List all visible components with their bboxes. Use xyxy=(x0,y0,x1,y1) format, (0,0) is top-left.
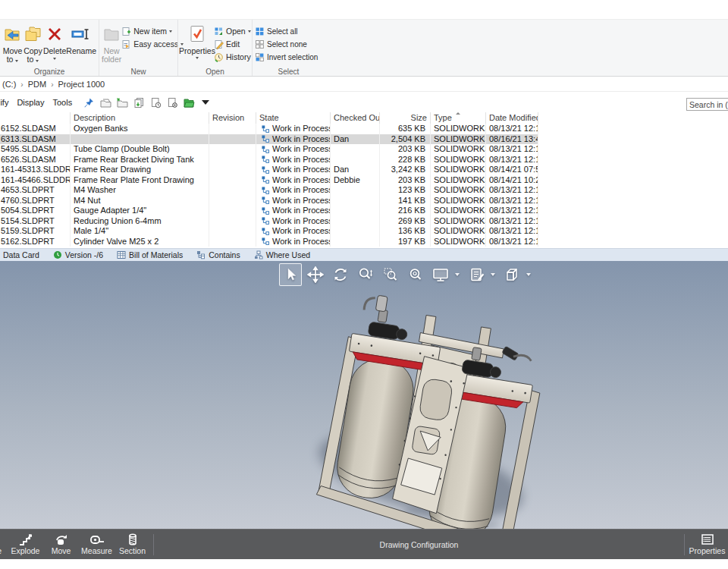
edit-button[interactable]: Edit xyxy=(214,38,251,50)
column-header-checked-out-by[interactable]: Checked Out By xyxy=(331,112,380,124)
table-row[interactable]: 5054.SLDPRT Gauge Adapter 1/4" Work in P… xyxy=(0,206,538,216)
select-group-small-buttons: Select all Select none Invert selection xyxy=(255,23,318,63)
table-row[interactable]: 5159.SLDPRT Male 1/4" Work in Process 13… xyxy=(0,226,538,237)
rotate-tool-button[interactable] xyxy=(329,263,352,286)
preview-file-button[interactable] xyxy=(164,95,180,110)
check-out-button[interactable] xyxy=(97,95,114,110)
3d-model-preview[interactable] xyxy=(0,261,728,529)
file-checked-out-by-cell xyxy=(331,185,380,196)
delete-button[interactable]: Delete xyxy=(43,23,66,60)
copy-to-button[interactable]: Copy to xyxy=(23,23,43,64)
home-label: Home xyxy=(0,547,2,555)
file-state-cell: Work in Process xyxy=(256,124,331,134)
open-button[interactable]: Open xyxy=(214,25,251,37)
zoom-fit-tool-button[interactable] xyxy=(404,263,427,286)
toolbar-overflow-button[interactable] xyxy=(197,95,214,110)
viewer-bottom-bar: Home Explode Move Measure Section Drawin… xyxy=(0,529,728,559)
tab-data-card[interactable]: Data Card xyxy=(0,249,46,261)
dropdown-caret-icon xyxy=(196,57,199,59)
file-state-cell: Work in Process xyxy=(256,165,331,175)
pin-button[interactable] xyxy=(80,95,97,110)
orientation-dropdown-caret-icon[interactable] xyxy=(526,273,531,276)
properties-panel-button[interactable]: Properties xyxy=(689,533,725,555)
table-row[interactable]: 5154.SLDPRT Reducing Union 6-4mm Work in… xyxy=(0,216,538,227)
get-latest-version-button[interactable] xyxy=(130,95,147,110)
table-row[interactable]: 4760.SLDPRT M4 Nut Work in Process 141 K… xyxy=(0,196,538,206)
measure-button[interactable]: Measure xyxy=(79,533,115,555)
markup-tools-button[interactable] xyxy=(465,263,488,286)
select-none-button[interactable]: Select none xyxy=(255,38,318,50)
select-all-button[interactable]: Select all xyxy=(255,25,318,37)
file-description-cell: Frame Rear Bracket Diving Tank xyxy=(71,155,209,165)
properties-button[interactable]: Properties xyxy=(180,23,214,59)
menu-tools[interactable]: Tools xyxy=(52,98,72,107)
move-icon xyxy=(54,533,69,545)
file-size-cell: 203 KB xyxy=(380,175,431,186)
zoom-tool-button[interactable] xyxy=(354,263,377,286)
zoom-window-tool-button[interactable] xyxy=(379,263,402,286)
breadcrumb-item-drive[interactable]: (C:) xyxy=(2,80,16,89)
pan-tool-button[interactable] xyxy=(304,263,327,286)
file-state-cell: Work in Process xyxy=(256,155,331,165)
search-input[interactable] xyxy=(686,98,728,111)
view-orientation-button[interactable] xyxy=(500,263,523,286)
display-dropdown-caret-icon[interactable] xyxy=(455,273,460,276)
easy-access-button[interactable]: Easy access xyxy=(121,38,184,50)
table-row[interactable]: 161-45313.SLDDRW Frame Rear Drawing Work… xyxy=(0,165,538,175)
display-settings-button[interactable] xyxy=(429,263,452,286)
move-button[interactable]: Move xyxy=(43,533,79,555)
tab-where-used[interactable]: Where Used xyxy=(247,249,317,261)
new-item-button[interactable]: New item xyxy=(121,25,184,37)
vault-view-button[interactable] xyxy=(180,95,197,110)
zoom-window-icon xyxy=(382,266,399,283)
select-tool-button[interactable] xyxy=(279,263,302,286)
menu-display[interactable]: Display xyxy=(17,98,44,107)
history-button[interactable]: History xyxy=(214,51,251,63)
new-folder-button[interactable]: New folder xyxy=(102,23,121,64)
menu-modify[interactable]: Modify xyxy=(0,98,8,107)
rename-label: Rename xyxy=(66,47,96,55)
table-row[interactable]: 161-45466.SLDDRW Frame Rear Plate Front … xyxy=(0,175,538,186)
explode-button[interactable]: Explode xyxy=(8,533,43,555)
home-button[interactable]: Home xyxy=(0,533,8,555)
breadcrumb-separator-icon: › xyxy=(20,80,23,89)
version-file-button[interactable] xyxy=(147,95,164,110)
tab-bill-of-materials[interactable]: Bill of Materials xyxy=(110,249,190,261)
column-header-revision[interactable]: Revision xyxy=(209,112,256,124)
section-button[interactable]: Section xyxy=(115,533,150,555)
file-type-cell: SOLIDWORKS ... xyxy=(431,124,486,134)
table-row[interactable]: 6526.SLDASM Frame Rear Bracket Diving Ta… xyxy=(0,155,538,165)
breadcrumb-item-project[interactable]: Project 1000 xyxy=(58,80,105,89)
column-header-type[interactable]: Type xyxy=(431,112,486,124)
tab-contains[interactable]: Contains xyxy=(190,249,246,261)
workflow-state-icon xyxy=(262,228,269,235)
table-row[interactable]: 4653.SLDPRT M4 Washer Work in Process 12… xyxy=(0,185,538,196)
workflow-state-icon xyxy=(262,187,269,194)
copy-to-icon xyxy=(23,23,42,46)
breadcrumb-item-pdm[interactable]: PDM xyxy=(28,80,46,89)
column-header-date-modified[interactable]: Date Modified xyxy=(486,112,538,124)
tab-version[interactable]: Version -/6 xyxy=(46,249,110,261)
table-row[interactable]: 5495.SLDASM Tube Clamp (Double Bolt) Wor… xyxy=(0,144,538,155)
table-row[interactable]: 6313.SLDASM Work in Process Dan 2,504 KB… xyxy=(0,134,538,145)
workflow-state-icon xyxy=(262,156,269,163)
rename-button[interactable]: Rename xyxy=(66,23,96,55)
ribbon-group-new: New folder New item Easy access New xyxy=(99,20,177,76)
table-row[interactable]: 5162.SLDPRT Cylinder Valve M25 x 2 Work … xyxy=(0,237,538,247)
file-description-cell: Tube Clamp (Double Bolt) xyxy=(71,144,209,155)
file-name-cell: 6526.SLDASM xyxy=(0,155,71,165)
column-header-name[interactable] xyxy=(0,112,71,124)
invert-selection-button[interactable]: Invert selection xyxy=(255,51,318,63)
table-row[interactable]: 6152.SLDASM Oxygen Banks Work in Process… xyxy=(0,124,538,134)
check-out-icon xyxy=(99,97,112,108)
check-in-button[interactable] xyxy=(114,95,130,110)
file-size-cell: 197 KB xyxy=(380,237,431,247)
column-header-description[interactable]: Description xyxy=(71,112,209,124)
markup-dropdown-caret-icon[interactable] xyxy=(491,273,495,276)
column-header-size[interactable]: Size xyxy=(380,112,431,124)
group-label-open: Open xyxy=(178,68,252,76)
column-header-state[interactable]: State xyxy=(256,112,331,124)
file-revision-cell xyxy=(209,196,256,206)
move-to-button[interactable]: Move to xyxy=(2,23,23,64)
file-checked-out-by-cell xyxy=(331,226,380,237)
